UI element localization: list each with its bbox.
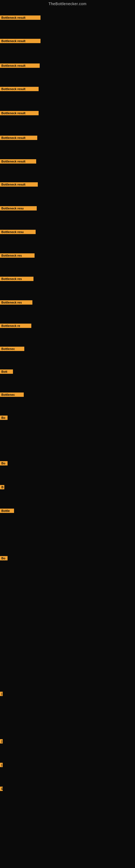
bottleneck-result-label: Bottleneck result: [0, 135, 37, 140]
bottleneck-result-label: Bottleneck re: [0, 323, 31, 328]
bottleneck-badge-15[interactable]: Bottlenec: [0, 347, 24, 352]
bottleneck-result-label: Bottlenec: [0, 347, 24, 351]
bottleneck-result-label: Bottleneck res: [0, 277, 34, 281]
bottleneck-badge-19[interactable]: Bo: [0, 461, 8, 467]
bottleneck-result-label: |: [0, 739, 3, 744]
bottleneck-result-label: |: [0, 763, 3, 767]
bottleneck-badge-3[interactable]: Bottleneck result: [0, 63, 40, 69]
site-title: TheBottlenecker.com: [0, 0, 135, 8]
bottleneck-badge-9[interactable]: Bottleneck resu: [0, 206, 37, 212]
bottleneck-result-label: B: [0, 485, 4, 489]
bottleneck-result-label: Bottleneck res: [0, 253, 35, 258]
bottleneck-badge-25[interactable]: |: [0, 763, 2, 768]
bottleneck-badge-5[interactable]: Bottleneck result: [0, 111, 39, 116]
bottleneck-result-label: Bottleneck result: [0, 159, 36, 163]
bottleneck-result-label: Bott: [0, 369, 13, 374]
bottleneck-badge-2[interactable]: Bottleneck result: [0, 39, 41, 44]
bottleneck-badge-12[interactable]: Bottleneck res: [0, 277, 34, 282]
bottleneck-result-label: Bottlenec: [0, 393, 24, 397]
bottleneck-result-label: Bo: [0, 556, 8, 560]
bottleneck-badge-8[interactable]: Bottleneck result: [0, 182, 38, 188]
bottleneck-result-label: Bottleneck res: [0, 300, 32, 305]
bottleneck-result-label: Bottleneck result: [0, 87, 39, 91]
bottleneck-badge-23[interactable]: |: [0, 692, 2, 697]
bottleneck-result-label: Bottleneck resu: [0, 230, 36, 234]
bottleneck-badge-26[interactable]: E: [0, 786, 2, 792]
bottleneck-badge-11[interactable]: Bottleneck res: [0, 253, 35, 259]
bottleneck-badge-10[interactable]: Bottleneck resu: [0, 230, 36, 235]
bottleneck-result-label: E: [0, 786, 3, 791]
bottleneck-badge-17[interactable]: Bottlenec: [0, 393, 24, 398]
bottleneck-badge-24[interactable]: |: [0, 739, 2, 745]
bottleneck-badge-1[interactable]: Bottleneck result: [0, 16, 41, 21]
bottleneck-badge-16[interactable]: Bott: [0, 369, 13, 375]
bottleneck-result-label: Bottleneck result: [0, 39, 41, 43]
bottleneck-result-label: Bo: [0, 461, 8, 465]
bottleneck-result-label: |: [0, 692, 3, 696]
bottleneck-badge-7[interactable]: Bottleneck result: [0, 159, 36, 165]
bottleneck-badge-13[interactable]: Bottleneck res: [0, 300, 32, 306]
bottleneck-result-label: Bottle: [0, 508, 14, 513]
bottleneck-result-label: Bottleneck result: [0, 16, 41, 20]
bottleneck-badge-18[interactable]: Bo: [0, 415, 8, 421]
bottleneck-badge-6[interactable]: Bottleneck result: [0, 135, 37, 141]
bottleneck-result-label: Bottleneck result: [0, 111, 39, 115]
bottleneck-badge-20[interactable]: B: [0, 485, 4, 490]
bottleneck-badge-22[interactable]: Bo: [0, 556, 8, 561]
bottleneck-badge-21[interactable]: Bottle: [0, 508, 14, 514]
bottleneck-result-label: Bo: [0, 415, 8, 420]
bottleneck-result-label: Bottleneck resu: [0, 206, 37, 211]
bottleneck-badge-4[interactable]: Bottleneck result: [0, 87, 39, 92]
bottleneck-result-label: Bottleneck result: [0, 182, 38, 187]
bottleneck-result-label: Bottleneck result: [0, 63, 40, 68]
bottleneck-badge-14[interactable]: Bottleneck re: [0, 323, 31, 329]
